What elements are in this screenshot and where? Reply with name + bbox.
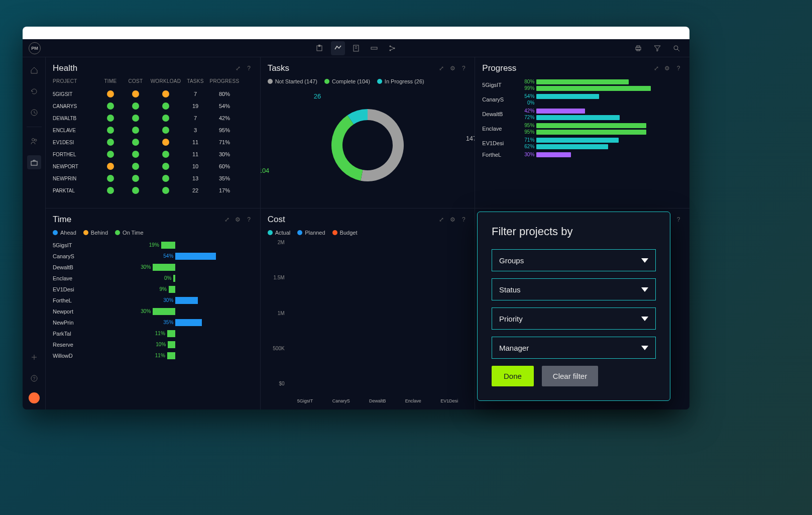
status-dot-cell xyxy=(148,163,183,170)
expand-icon[interactable]: ⤢ xyxy=(234,64,242,72)
help-icon[interactable]: ? xyxy=(459,64,468,72)
svg-rect-5 xyxy=(371,47,377,49)
filter-select-groups[interactable]: Groups xyxy=(492,249,656,271)
filter-select-status[interactable]: Status xyxy=(492,278,656,300)
progress-pct: 95% xyxy=(207,127,242,133)
view-icon-4[interactable] xyxy=(367,41,381,55)
gear-icon[interactable]: ⚙ xyxy=(448,64,456,72)
project-name: DewaltB xyxy=(482,111,518,117)
done-button[interactable]: Done xyxy=(492,366,534,386)
view-icon-5[interactable] xyxy=(385,41,399,55)
table-row[interactable]: NEWPORT1060% xyxy=(53,160,253,172)
svg-point-12 xyxy=(674,46,678,50)
filter-select-manager[interactable]: Manager xyxy=(492,337,656,359)
table-row[interactable]: FORTHEL1130% xyxy=(53,148,253,160)
progress-pct: 42% xyxy=(207,115,242,121)
project-name: CanaryS xyxy=(482,96,518,102)
column-header: PROJECT xyxy=(53,78,98,84)
search-icon[interactable] xyxy=(669,41,683,55)
briefcase-icon[interactable] xyxy=(27,155,41,169)
y-tick: 1.5M xyxy=(268,275,285,280)
clock-icon[interactable] xyxy=(27,106,41,120)
svg-point-16 xyxy=(35,139,37,141)
donut-segment[interactable] xyxy=(331,115,363,181)
expand-icon[interactable]: ⤢ xyxy=(437,64,445,72)
status-dot xyxy=(107,115,114,122)
progress-bar xyxy=(536,115,620,120)
tasks-count: 11 xyxy=(183,151,207,157)
filter-icon[interactable] xyxy=(650,41,664,55)
gear-icon[interactable]: ⚙ xyxy=(448,216,456,224)
table-row[interactable]: NEWPRIN1335% xyxy=(53,172,253,184)
progress-row: DewaltB42%72% xyxy=(482,108,682,121)
project-name: 5GigsIT xyxy=(53,242,98,248)
expand-icon[interactable]: ⤢ xyxy=(223,216,231,224)
view-icon-dashboard[interactable] xyxy=(331,41,345,55)
table-row[interactable]: PARKTAL2217% xyxy=(53,184,253,196)
plus-icon[interactable] xyxy=(27,350,41,364)
time-track: 11% xyxy=(98,330,253,337)
status-dot xyxy=(162,151,169,158)
status-dot xyxy=(132,187,139,194)
progress-row: Enclave95%95% xyxy=(482,122,682,135)
help-icon[interactable]: ? xyxy=(674,216,682,224)
refresh-icon[interactable] xyxy=(27,84,41,98)
help-icon[interactable]: ? xyxy=(245,64,253,72)
filter-select-priority[interactable]: Priority xyxy=(492,307,656,330)
status-dot-cell xyxy=(98,127,123,134)
progress-pct-label: 62% xyxy=(518,144,536,149)
panel-title: Health xyxy=(53,63,77,73)
help-icon[interactable]: ? xyxy=(459,216,468,224)
legend-item: On Time xyxy=(115,230,144,236)
status-dot xyxy=(162,175,169,182)
project-name: PARKTAL xyxy=(53,188,98,193)
view-icon-1[interactable] xyxy=(313,41,327,55)
time-row: Reserve10% xyxy=(53,339,253,350)
home-icon[interactable] xyxy=(27,63,41,77)
avatar[interactable] xyxy=(29,392,40,403)
filter-popup: Filter projects by GroupsStatusPriorityM… xyxy=(477,212,670,401)
help-icon[interactable]: ? xyxy=(674,64,682,72)
table-row[interactable]: EV1DESI1171% xyxy=(53,136,253,148)
gear-icon[interactable]: ⚙ xyxy=(663,64,671,72)
people-icon[interactable] xyxy=(27,134,41,148)
progress-bar xyxy=(536,86,651,91)
status-dot-cell xyxy=(123,139,148,146)
chevron-down-icon xyxy=(641,317,648,321)
view-icon-3[interactable] xyxy=(349,41,363,55)
expand-icon[interactable]: ⤢ xyxy=(652,64,660,72)
table-row[interactable]: CANARYS1954% xyxy=(53,100,253,112)
donut-label-complete: 104 xyxy=(261,167,270,174)
x-tick: Enclave xyxy=(405,398,421,403)
progress-bar xyxy=(536,144,608,149)
table-row[interactable]: ENCLAVE395% xyxy=(53,124,253,136)
panel-title: Cost xyxy=(268,215,285,225)
status-dot xyxy=(162,139,169,146)
tasks-count: 13 xyxy=(183,175,207,181)
progress-pct-label: 95% xyxy=(518,129,536,135)
status-dot xyxy=(132,102,139,110)
help-icon[interactable]: ? xyxy=(245,216,253,224)
svg-text:?: ? xyxy=(33,376,35,381)
table-row[interactable]: DEWALTB742% xyxy=(53,112,253,124)
gear-icon[interactable]: ⚙ xyxy=(234,216,242,224)
clear-filter-button[interactable]: Clear filter xyxy=(542,366,598,386)
project-name: CanaryS xyxy=(53,253,98,259)
progress-pct: 54% xyxy=(207,103,242,109)
panel-time: Time ⤢ ⚙ ? AheadBehindOn Time 5GigsIT19%… xyxy=(46,209,260,409)
status-dot xyxy=(162,115,169,122)
project-name: Reserve xyxy=(53,342,98,348)
progress-bar xyxy=(536,138,618,143)
time-row: DewaltB30% xyxy=(53,262,253,273)
status-dot xyxy=(107,151,114,158)
expand-icon[interactable]: ⤢ xyxy=(437,216,445,224)
column-header: WORKLOAD xyxy=(148,78,183,84)
app-logo[interactable]: PM xyxy=(29,42,41,54)
time-row: Newport30% xyxy=(53,306,253,317)
status-dot xyxy=(107,90,114,97)
print-icon[interactable] xyxy=(631,41,645,55)
table-row[interactable]: 5GIGSIT780% xyxy=(53,88,253,100)
time-track: 54% xyxy=(98,253,253,260)
help-icon[interactable]: ? xyxy=(27,371,41,385)
project-name: 5GigsIT xyxy=(482,82,518,88)
